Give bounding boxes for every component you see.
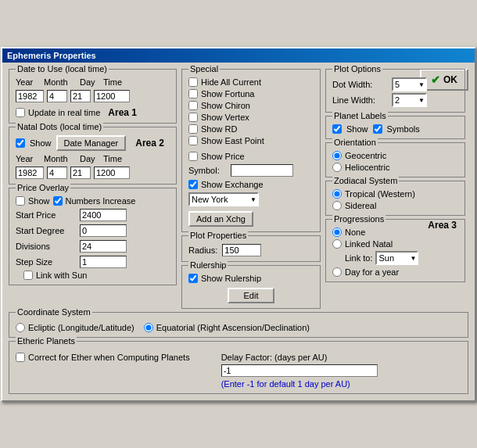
step-size-input[interactable] <box>80 256 127 268</box>
show-rulership-label: Show Rulership <box>201 274 261 283</box>
correct-ether-checkbox[interactable] <box>16 353 25 362</box>
heliocentric-radio[interactable] <box>332 163 342 172</box>
show-exchange-label: Show Exchange <box>201 180 264 189</box>
show-exchange-checkbox[interactable] <box>188 180 198 189</box>
link-sun-checkbox[interactable] <box>23 271 33 280</box>
exchange-dropdown[interactable]: New York <box>188 192 259 206</box>
month-input[interactable] <box>47 90 67 102</box>
show-east-point-label: Show East Point <box>201 136 264 145</box>
orientation-section: Orientation Geocentric Heliocentric <box>325 142 465 177</box>
natal-day-label: Day <box>80 154 100 163</box>
show-vertex-checkbox[interactable] <box>188 113 198 122</box>
price-show-checkbox[interactable] <box>16 196 25 206</box>
natal-time-label: Time <box>103 154 131 163</box>
show-price-checkbox[interactable] <box>188 152 198 161</box>
time-input[interactable] <box>94 90 130 102</box>
area2-label: Area 2 <box>135 138 164 149</box>
edit-rulership-button[interactable]: Edit <box>228 288 274 303</box>
area1-label: Area 1 <box>108 107 137 118</box>
date-manager-button[interactable]: Date Manager <box>56 135 127 151</box>
progressions-title: Progressions <box>332 214 386 224</box>
plot-options-section: Plot Options Dot Width: 5 12346 Line Wid… <box>325 69 465 113</box>
radius-input[interactable] <box>222 244 261 256</box>
numbers-increase-label: Numbers Increase <box>66 196 136 206</box>
line-width-label: Line Width: <box>332 95 389 105</box>
linked-natal-radio[interactable] <box>332 239 342 249</box>
show-chiron-checkbox[interactable] <box>188 101 198 110</box>
ecliptic-radio[interactable] <box>16 323 25 332</box>
title-bar: Ephemeris Properties <box>2 48 475 63</box>
show-rd-label: Show RD <box>201 124 237 134</box>
day-for-year-radio[interactable] <box>332 267 342 277</box>
coordinate-system-label: Coordinate System <box>16 307 92 317</box>
tropical-label: Tropical (Western) <box>345 189 415 199</box>
symbols-checkbox[interactable] <box>373 124 382 134</box>
equatorial-radio[interactable] <box>144 323 153 332</box>
natal-show-checkbox[interactable] <box>16 138 25 148</box>
show-rd-checkbox[interactable] <box>188 124 198 134</box>
date-to-use-label: Date to Use (local time) <box>16 64 109 73</box>
link-to-label: Link to: <box>345 253 372 263</box>
none-radio[interactable] <box>332 228 342 237</box>
hide-all-label: Hide All Current <box>201 77 261 87</box>
symbol-label: Symbol: <box>188 166 228 175</box>
natal-year-input[interactable] <box>16 167 44 179</box>
geocentric-label: Geocentric <box>345 151 386 160</box>
start-price-input[interactable] <box>80 209 127 221</box>
show-vertex-label: Show Vertex <box>201 113 249 122</box>
symbols-label: Symbols <box>387 124 420 134</box>
show-price-label: Show Price <box>201 152 245 161</box>
geocentric-radio[interactable] <box>332 151 342 160</box>
start-degree-input[interactable] <box>80 224 127 237</box>
planet-show-checkbox[interactable] <box>332 124 342 134</box>
show-fortuna-checkbox[interactable] <box>188 89 198 99</box>
symbol-input[interactable] <box>231 164 293 177</box>
sidereal-radio[interactable] <box>332 201 342 210</box>
dot-width-label: Dot Width: <box>332 80 389 89</box>
month-label: Month <box>44 77 77 87</box>
planet-show-label: Show <box>346 124 368 134</box>
day-for-year-label: Day for a year <box>345 267 399 277</box>
sidereal-label: Sidereal <box>345 201 376 210</box>
planet-labels-label: Planet Labels <box>332 111 388 120</box>
day-input[interactable] <box>70 90 91 102</box>
delay-input[interactable] <box>221 364 378 377</box>
rulership-section: Rulership Show Rulership Edit <box>181 265 321 309</box>
planet-labels-section: Planet Labels Show Symbols <box>325 116 465 139</box>
divisions-label: Divisions <box>16 242 77 251</box>
hide-all-checkbox[interactable] <box>188 77 198 87</box>
natal-dots-section: Natal Dots (local time) Show Date Manage… <box>9 127 177 185</box>
divisions-input[interactable] <box>80 240 127 253</box>
line-width-dropdown[interactable]: 2 1345 <box>392 93 427 107</box>
rulership-label: Rulership <box>188 260 228 270</box>
natal-show-label: Show <box>30 138 52 148</box>
plot-properties-section: Plot Properties Radius: <box>181 235 321 262</box>
special-section: Special Hide All Current Show Fortuna Sh… <box>181 69 321 232</box>
numbers-increase-checkbox[interactable] <box>53 196 63 206</box>
none-label: None <box>345 228 365 237</box>
delay-label: Delay Factor: (days per AU) <box>221 353 378 362</box>
start-degree-label: Start Degree <box>16 226 77 235</box>
natal-time-input[interactable] <box>94 167 130 179</box>
show-rulership-checkbox[interactable] <box>188 274 198 283</box>
correct-ether-label: Correct for Ether when Computing Planets <box>28 353 190 362</box>
natal-month-label: Month <box>44 154 77 163</box>
natal-month-input[interactable] <box>47 167 67 179</box>
plot-options-label: Plot Options <box>332 64 382 73</box>
show-east-point-checkbox[interactable] <box>188 136 198 145</box>
realtime-label: Update in real time <box>28 108 100 117</box>
delay-note: (Enter -1 for default 1 day per AU) <box>221 379 378 389</box>
tropical-radio[interactable] <box>332 189 342 199</box>
price-overlay-section: Price Overlay Show Numbers Increase Star… <box>9 188 177 285</box>
step-size-label: Step Size <box>16 257 77 267</box>
year-label: Year <box>16 77 41 87</box>
radius-label: Radius: <box>188 246 217 255</box>
year-input[interactable] <box>16 90 44 102</box>
realtime-checkbox[interactable] <box>16 108 25 117</box>
link-to-dropdown[interactable]: Sun Moon Mercury Venus Mars <box>375 251 418 265</box>
natal-day-input[interactable] <box>70 167 91 179</box>
price-show-label: Show <box>28 196 50 206</box>
dot-width-dropdown[interactable]: 5 12346 <box>392 77 427 91</box>
progressions-section: Progressions Area 3 None Linked Natal Li… <box>325 219 465 282</box>
add-xchg-button[interactable]: Add an Xchg <box>188 211 253 227</box>
